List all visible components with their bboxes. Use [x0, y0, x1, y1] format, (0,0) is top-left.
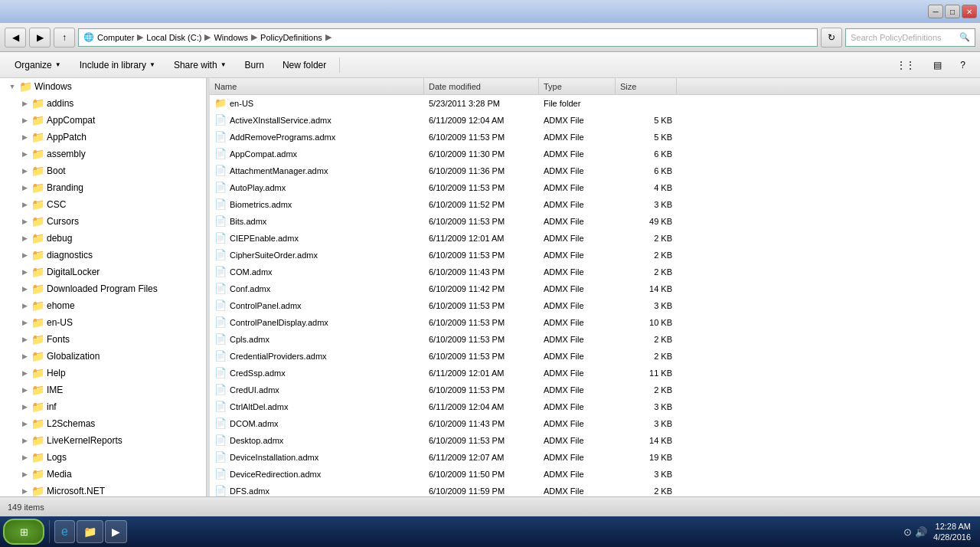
table-row[interactable]: 📄CIEPEnable.admx6/11/2009 12:01 AMADMX F…	[210, 230, 980, 247]
file-name-label: Conf.admx	[230, 284, 270, 293]
table-row[interactable]: 📄DeviceInstallation.admx6/11/2009 12:07 …	[210, 449, 980, 466]
table-row[interactable]: 📄AddRemovePrograms.admx6/10/2009 11:53 P…	[210, 129, 980, 146]
table-row[interactable]: 📄ControlPanelDisplay.admx6/10/2009 11:53…	[210, 314, 980, 331]
sidebar-item[interactable]: ▶📁Cursors	[0, 213, 206, 230]
column-header-name[interactable]: Name	[210, 78, 424, 94]
taskbar-ie-button[interactable]: e	[54, 520, 75, 543]
table-row[interactable]: 📄AutoPlay.admx6/10/2009 11:53 PMADMX Fil…	[210, 179, 980, 196]
sidebar-item[interactable]: ▼📁Windows	[0, 78, 206, 95]
back-button[interactable]: ◀	[5, 28, 26, 47]
table-row[interactable]: 📄Bits.admx6/10/2009 11:53 PMADMX File49 …	[210, 213, 980, 230]
refresh-button[interactable]: ↻	[821, 28, 842, 47]
table-row[interactable]: 📁en-US5/23/2011 3:28 PMFile folder	[210, 95, 980, 112]
close-button[interactable]: ✕	[962, 5, 977, 18]
share-with-button[interactable]: Share with ▼	[165, 55, 235, 75]
table-row[interactable]: 📄CredentialProviders.admx6/10/2009 11:53…	[210, 348, 980, 365]
sidebar-item[interactable]: ▶📁Downloaded Program Files	[0, 280, 206, 297]
table-row[interactable]: 📄Cpls.admx6/10/2009 11:53 PMADMX File2 K…	[210, 331, 980, 348]
sidebar-item[interactable]: ▶📁L2Schemas	[0, 415, 206, 432]
organize-button[interactable]: Organize ▼	[6, 55, 70, 75]
sidebar-item[interactable]: ▶📁Branding	[0, 179, 206, 196]
file-name-cell: 📄CipherSuiteOrder.admx	[210, 249, 424, 260]
sidebar-item[interactable]: ▶📁addins	[0, 95, 206, 112]
taskbar-media-button[interactable]: ▶	[105, 520, 127, 543]
start-button[interactable]: ⊞	[3, 519, 44, 545]
table-row[interactable]: 📄Conf.admx6/10/2009 11:42 PMADMX File14 …	[210, 280, 980, 297]
file-date-cell: 6/10/2009 11:53 PM	[424, 251, 539, 260]
path-computer[interactable]: Computer	[97, 33, 134, 42]
file-type-cell: ADMX File	[539, 251, 616, 260]
sidebar-item[interactable]: ▶📁ehome	[0, 297, 206, 314]
sidebar-item[interactable]: ▶📁AppPatch	[0, 129, 206, 146]
table-row[interactable]: 📄COM.admx6/10/2009 11:43 PMADMX File2 KB	[210, 264, 980, 280]
table-row[interactable]: 📄DCOM.admx6/10/2009 11:43 PMADMX File3 K…	[210, 415, 980, 432]
sidebar-item[interactable]: ▶📁en-US	[0, 314, 206, 331]
preview-pane-button[interactable]: ▤	[925, 55, 950, 75]
table-row[interactable]: 📄AppCompat.admx6/10/2009 11:30 PMADMX Fi…	[210, 146, 980, 162]
up-button[interactable]: ↑	[54, 28, 75, 47]
sidebar-item[interactable]: ▶📁Fonts	[0, 331, 206, 348]
maximize-button[interactable]: □	[945, 5, 960, 18]
column-header-size[interactable]: Size	[616, 78, 677, 94]
file-name-cell: 📄CredSsp.admx	[210, 367, 424, 378]
tray-network-icon[interactable]: ⊙	[903, 526, 912, 538]
sidebar-item[interactable]: ▶📁AppCompat	[0, 112, 206, 129]
sidebar-item[interactable]: ▶📁assembly	[0, 146, 206, 162]
file-name-cell: 📄CtrlAltDel.admx	[210, 401, 424, 412]
sidebar-item[interactable]: ▶📁IME	[0, 382, 206, 398]
sidebar-arrow-icon: ▶	[18, 234, 31, 242]
table-row[interactable]: 📄DFS.admx6/10/2009 11:59 PMADMX File2 KB	[210, 483, 980, 496]
table-row[interactable]: 📄Biometrics.admx6/10/2009 11:52 PMADMX F…	[210, 196, 980, 213]
table-row[interactable]: 📄DeviceRedirection.admx6/10/2009 11:50 P…	[210, 466, 980, 483]
file-icon: 📄	[214, 198, 227, 210]
system-clock[interactable]: 12:28 AM 4/28/2016	[933, 521, 971, 543]
sidebar-item[interactable]: ▶📁Microsoft.NET	[0, 483, 206, 496]
path-policydefinitions[interactable]: PolicyDefinitions	[260, 33, 322, 42]
taskbar-explorer-button[interactable]: 📁	[77, 520, 103, 543]
path-windows[interactable]: Windows	[214, 33, 248, 42]
sidebar-item[interactable]: ▶📁Help	[0, 365, 206, 382]
address-path[interactable]: 🌐 Computer ▶ Local Disk (C:) ▶ Windows ▶…	[78, 28, 818, 47]
sidebar-item[interactable]: ▶📁Media	[0, 466, 206, 483]
table-row[interactable]: 📄ActiveXInstallService.admx6/11/2009 12:…	[210, 112, 980, 129]
column-header-date[interactable]: Date modified	[424, 78, 539, 94]
burn-button[interactable]: Burn	[237, 55, 273, 75]
sidebar-item-label: diagnostics	[47, 250, 93, 260]
sidebar-item[interactable]: ▶📁diagnostics	[0, 247, 206, 264]
sidebar-item[interactable]: ▶📁debug	[0, 230, 206, 247]
sidebar-item[interactable]: ▶📁Globalization	[0, 348, 206, 365]
sidebar-item[interactable]: ▶📁CSC	[0, 196, 206, 213]
table-row[interactable]: 📄AttachmentManager.admx6/10/2009 11:36 P…	[210, 162, 980, 179]
sidebar-item-label: CSC	[47, 199, 66, 210]
search-box[interactable]: Search PolicyDefinitions 🔍	[845, 28, 975, 47]
column-header-type[interactable]: Type	[539, 78, 616, 94]
include-library-button[interactable]: Include in library ▼	[71, 55, 164, 75]
file-name-cell: 📄AutoPlay.admx	[210, 182, 424, 193]
table-row[interactable]: 📄Desktop.admx6/10/2009 11:53 PMADMX File…	[210, 432, 980, 449]
file-name-label: ControlPanelDisplay.admx	[230, 318, 328, 327]
sidebar-item[interactable]: ▶📁Boot	[0, 162, 206, 179]
forward-button[interactable]: ▶	[29, 28, 51, 47]
search-icon: 🔍	[959, 32, 970, 42]
file-size-cell: 2 KB	[616, 385, 677, 395]
table-row[interactable]: 📄CtrlAltDel.admx6/11/2009 12:04 AMADMX F…	[210, 398, 980, 415]
view-options-button[interactable]: ⋮⋮	[888, 55, 923, 75]
minimize-button[interactable]: ─	[928, 5, 943, 18]
tray-volume-icon[interactable]: 🔊	[915, 526, 927, 538]
file-icon: 📄	[214, 333, 227, 345]
path-localdisk[interactable]: Local Disk (C:)	[146, 33, 201, 42]
sidebar-item[interactable]: ▶📁LiveKernelReports	[0, 432, 206, 449]
sidebar-item[interactable]: ▶📁DigitalLocker	[0, 264, 206, 280]
help-button[interactable]: ?	[952, 55, 974, 75]
table-row[interactable]: 📄CredSsp.admx6/11/2009 12:01 AMADMX File…	[210, 365, 980, 382]
file-name-label: ActiveXInstallService.admx	[230, 116, 332, 125]
table-row[interactable]: 📄CredUI.admx6/10/2009 11:53 PMADMX File2…	[210, 382, 980, 398]
sidebar-item[interactable]: ▶📁inf	[0, 398, 206, 415]
table-row[interactable]: 📄ControlPanel.admx6/10/2009 11:53 PMADMX…	[210, 297, 980, 314]
sidebar-item[interactable]: ▶📁Logs	[0, 449, 206, 466]
sidebar-item-label: Microsoft.NET	[47, 486, 105, 496]
new-folder-button[interactable]: New folder	[274, 55, 335, 75]
table-row[interactable]: 📄CipherSuiteOrder.admx6/10/2009 11:53 PM…	[210, 247, 980, 264]
file-name-cell: 📄ControlPanelDisplay.admx	[210, 316, 424, 328]
file-type-cell: ADMX File	[539, 217, 616, 226]
